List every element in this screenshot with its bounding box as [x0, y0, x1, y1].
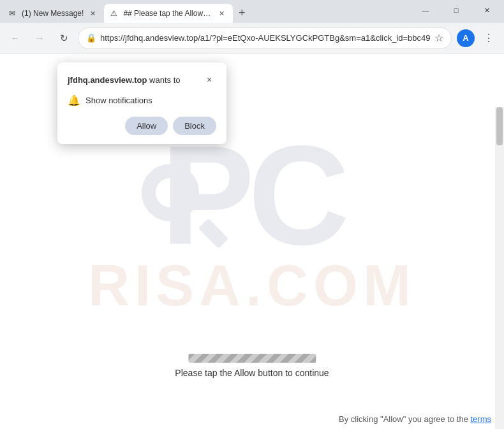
- forward-button[interactable]: →: [29, 28, 50, 48]
- pc-watermark-text: PC: [161, 126, 343, 266]
- popup-title: jfdhq.andesview.top wants to: [68, 75, 181, 85]
- title-bar: ✉ (1) New Message! ✕ ⚠ ## Please tap the…: [0, 0, 504, 23]
- scrollbar-track[interactable]: [495, 107, 504, 429]
- watermark: PC RISA.COM: [88, 126, 416, 319]
- maximize-button[interactable]: □: [441, 0, 471, 20]
- popup-domain: jfdhq.andesview.top: [68, 75, 147, 85]
- bell-icon: 🔔: [68, 94, 80, 106]
- back-button[interactable]: ←: [5, 28, 26, 48]
- tab-mail-label: (1) New Message!: [22, 9, 84, 18]
- nav-bar: ← → ↻ 🔒 ☆ A ⋮: [0, 23, 504, 54]
- close-button[interactable]: ✕: [472, 0, 501, 20]
- tab-mail-close[interactable]: ✕: [87, 8, 98, 18]
- profile-button[interactable]: A: [456, 28, 476, 48]
- lock-icon: 🔒: [86, 33, 96, 43]
- block-button[interactable]: Block: [173, 117, 216, 135]
- new-tab-button[interactable]: +: [233, 4, 251, 22]
- profile-avatar: A: [457, 29, 475, 47]
- allow-button[interactable]: Allow: [125, 117, 168, 135]
- page-content: PC RISA.COM Please tap the Allow button …: [0, 54, 504, 429]
- reload-button[interactable]: ↻: [54, 28, 74, 48]
- terms-link[interactable]: terms: [471, 414, 492, 424]
- nav-right-icons: A ⋮: [456, 28, 499, 48]
- popup-header: jfdhq.andesview.top wants to ×: [68, 73, 216, 87]
- address-bar[interactable]: 🔒 ☆: [78, 27, 452, 49]
- loading-text: Please tap the Allow button to continue: [175, 368, 329, 378]
- tab-main-close[interactable]: ✕: [216, 8, 226, 18]
- page-footer: By clicking "Allow" you agree to the ter…: [339, 414, 491, 424]
- minimize-button[interactable]: —: [411, 0, 440, 20]
- tab-mail[interactable]: ✉ (1) New Message! ✕: [3, 4, 104, 23]
- popup-title-suffix: wants to: [147, 75, 180, 85]
- loading-section: Please tap the Allow button to continue: [175, 354, 329, 378]
- notification-popup: jfdhq.andesview.top wants to × 🔔 Show no…: [57, 62, 226, 144]
- menu-button[interactable]: ⋮: [478, 28, 499, 48]
- popup-permission-row: 🔔 Show notifications: [68, 94, 216, 106]
- rish-watermark-text: RISA.COM: [88, 253, 416, 319]
- tab-main[interactable]: ⚠ ## Please tap the Allow button ✕: [104, 4, 233, 23]
- loading-bar: [188, 354, 316, 363]
- tab-strip: ✉ (1) New Message! ✕ ⚠ ## Please tap the…: [3, 0, 411, 23]
- popup-actions: Allow Block: [68, 117, 216, 135]
- tab-mail-favicon: ✉: [9, 9, 18, 18]
- permission-label: Show notifications: [85, 96, 152, 105]
- browser-frame: ✉ (1) New Message! ✕ ⚠ ## Please tap the…: [0, 0, 504, 429]
- scrollbar-thumb[interactable]: [496, 107, 503, 145]
- window-controls: — □ ✕: [411, 0, 501, 23]
- magnifier-watermark: [142, 164, 225, 247]
- tab-main-favicon: ⚠: [110, 9, 119, 18]
- bookmark-star-icon[interactable]: ☆: [434, 32, 443, 44]
- popup-close-button[interactable]: ×: [202, 73, 216, 87]
- footer-text: By clicking "Allow" you agree to the: [339, 414, 471, 424]
- address-input[interactable]: [100, 33, 431, 43]
- tab-main-label: ## Please tap the Allow button: [123, 9, 212, 18]
